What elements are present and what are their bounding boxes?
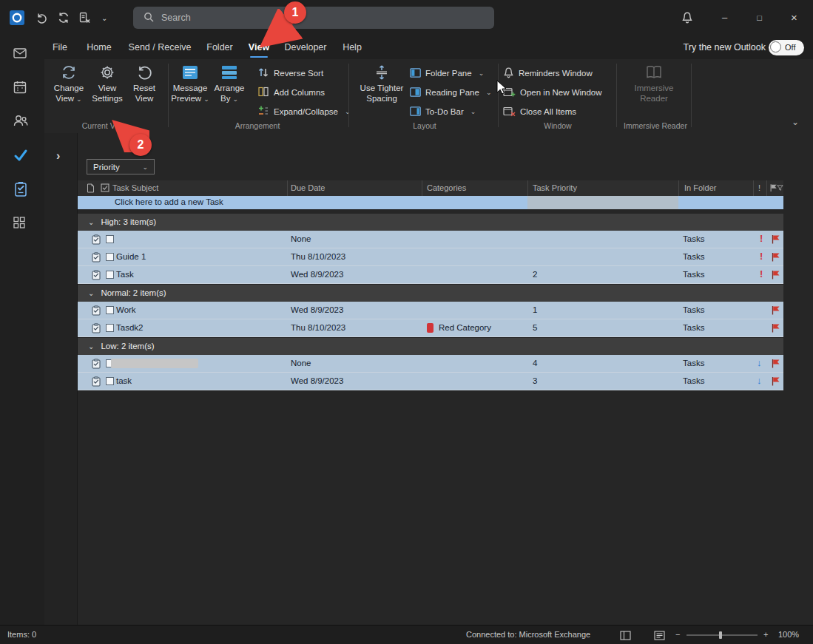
task-row[interactable]: Work Wed 8/9/2023 1 Tasks — [78, 302, 783, 319]
flag-icon[interactable] — [771, 234, 780, 245]
column-divider[interactable] — [527, 180, 528, 196]
arrange-by-button[interactable]: Arrange By⌄ — [212, 62, 247, 118]
column-header-importance[interactable]: ! — [758, 183, 760, 192]
rail-people-icon[interactable] — [13, 113, 29, 130]
add-columns-button[interactable]: Add Columns — [257, 84, 325, 101]
reverse-sort-button[interactable]: Reverse Sort — [257, 65, 323, 81]
column-header-subject[interactable]: Task Subject — [112, 183, 158, 192]
task-priority: 1 — [533, 305, 537, 314]
send-receive-sync-icon[interactable] — [58, 12, 70, 26]
new-outlook-toggle[interactable]: Off — [769, 40, 804, 55]
close-button[interactable]: × — [777, 0, 812, 35]
customize-toolbar-chevron-icon[interactable]: ⌄ — [101, 14, 107, 22]
tab-file[interactable]: File — [47, 35, 72, 59]
icon-column-header[interactable] — [87, 183, 95, 194]
complete-checkbox[interactable] — [106, 235, 114, 243]
collapse-ribbon-chevron-icon[interactable]: ⌄ — [792, 117, 799, 127]
zoom-slider-thumb[interactable] — [719, 631, 722, 639]
group-separator — [348, 64, 349, 127]
items-count: Items: 0 — [7, 630, 36, 639]
zoom-in-button[interactable]: + — [763, 630, 768, 639]
filter-icon[interactable] — [777, 184, 783, 193]
rail-tasks-icon[interactable] — [13, 181, 29, 200]
use-tighter-spacing-button[interactable]: Use Tighter Spacing — [355, 62, 408, 118]
complete-checkbox[interactable] — [106, 271, 114, 279]
task-row[interactable]: None 4 Tasks ↓ — [78, 355, 783, 373]
task-subject: Task — [116, 270, 134, 279]
close-all-items-button[interactable]: Close All Items — [503, 104, 576, 120]
immersive-reader-button[interactable]: Immersive Reader — [623, 62, 685, 118]
tab-send-receive[interactable]: Send / Receive — [126, 35, 194, 59]
task-folder: Tasks — [683, 323, 704, 332]
flag-icon[interactable] — [771, 270, 780, 281]
group-header-high[interactable]: ⌄High: 3 item(s) — [78, 214, 783, 231]
task-row[interactable]: None Tasks ! — [78, 231, 783, 248]
column-divider[interactable] — [422, 180, 422, 196]
zoom-out-button[interactable]: − — [675, 630, 680, 639]
change-view-button[interactable]: Change View⌄ — [49, 62, 89, 118]
complete-checkbox[interactable] — [106, 377, 114, 385]
column-header-due-date[interactable]: Due Date — [291, 183, 325, 192]
task-row[interactable]: Task Wed 8/9/2023 2 Tasks ! — [78, 266, 783, 284]
task-row[interactable]: task Wed 8/9/2023 3 Tasks ↓ — [78, 373, 783, 390]
column-divider[interactable] — [287, 180, 288, 196]
complete-column-header-icon[interactable] — [101, 183, 109, 194]
zoom-level[interactable]: 100% — [778, 630, 799, 639]
flag-icon[interactable] — [771, 359, 780, 370]
rail-mail-icon[interactable] — [13, 46, 27, 63]
flag-icon[interactable] — [771, 323, 780, 334]
view-settings-button[interactable]: View Settings — [89, 62, 126, 118]
folder-pane-button[interactable]: Folder Pane⌄ — [410, 65, 484, 81]
arrange-by-priority-dropdown[interactable]: Priority ⌄ — [87, 159, 155, 174]
add-new-task-row[interactable]: Click here to add a new Task — [78, 196, 783, 209]
maximize-button[interactable]: □ — [742, 0, 777, 35]
todo-bar-button[interactable]: To-Do Bar⌄ — [410, 104, 476, 120]
cleanup-icon[interactable] — [78, 12, 91, 26]
flag-icon[interactable] — [771, 252, 780, 263]
tab-help[interactable]: Help — [337, 35, 367, 59]
task-category: Red Category — [439, 323, 491, 332]
message-preview-button[interactable]: Message Preview⌄ — [170, 62, 210, 118]
rail-apps-grid-icon[interactable] — [13, 216, 26, 231]
rail-calendar-icon[interactable] — [13, 80, 27, 97]
column-divider[interactable] — [678, 180, 679, 196]
column-header-categories[interactable]: Categories — [427, 183, 466, 192]
flag-icon[interactable] — [771, 376, 780, 387]
normal-view-icon[interactable] — [620, 631, 631, 642]
column-header-in-folder[interactable]: In Folder — [684, 183, 716, 192]
category-color-swatch — [427, 323, 434, 333]
close-all-items-icon — [503, 106, 516, 118]
column-divider[interactable] — [753, 180, 754, 196]
reset-view-button[interactable]: Reset View — [127, 62, 161, 118]
group-header-normal[interactable]: ⌄Normal: 2 item(s) — [78, 285, 783, 302]
reminders-window-button[interactable]: Reminders Window — [503, 65, 593, 81]
task-folder: Tasks — [683, 270, 704, 279]
tab-folder[interactable]: Folder — [201, 35, 238, 59]
chevron-down-icon: ⌄ — [76, 95, 82, 103]
undo-icon[interactable] — [36, 12, 47, 26]
tab-home[interactable]: Home — [83, 35, 115, 59]
complete-checkbox[interactable] — [106, 306, 114, 314]
expand-folder-pane-chevron-icon[interactable]: › — [56, 149, 60, 163]
flag-icon[interactable] — [771, 305, 780, 316]
complete-checkbox[interactable] — [106, 324, 114, 332]
task-due-date: Wed 8/9/2023 — [291, 305, 343, 314]
column-divider[interactable] — [766, 180, 767, 196]
column-header-priority[interactable]: Task Priority — [533, 183, 577, 192]
complete-checkbox[interactable] — [106, 253, 114, 261]
task-row[interactable]: Tasdk2 Thu 8/10/2023 Red Category 5 Task… — [78, 319, 783, 337]
minimize-button[interactable]: – — [707, 0, 742, 35]
reading-pane-button[interactable]: Reading Pane⌄ — [410, 84, 491, 101]
reading-view-icon[interactable] — [654, 631, 665, 642]
group-separator — [498, 64, 499, 127]
group-header-low[interactable]: ⌄Low: 2 item(s) — [78, 338, 783, 355]
expand-collapse-button[interactable]: Expand/Collapse⌄ — [257, 104, 351, 120]
task-row[interactable]: Guide 1 Thu 8/10/2023 Tasks ! — [78, 248, 783, 266]
zoom-slider[interactable] — [687, 634, 758, 636]
add-row-priority-segment — [527, 196, 678, 209]
task-due-date: Thu 8/10/2023 — [291, 252, 345, 261]
task-type-icon — [92, 323, 101, 335]
notifications-bell-icon[interactable] — [681, 11, 693, 26]
rail-todo-icon[interactable] — [13, 147, 29, 166]
open-in-new-window-button[interactable]: Open in New Window — [503, 84, 602, 101]
